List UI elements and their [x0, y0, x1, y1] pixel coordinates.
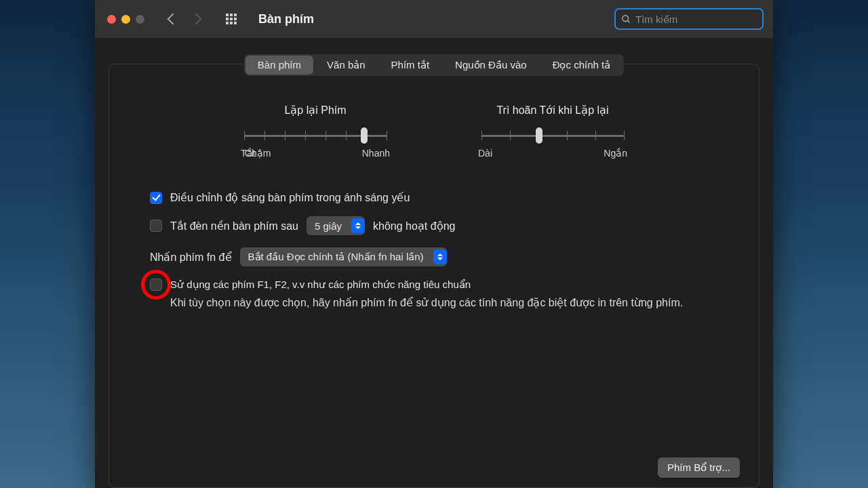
press-fn-value: Bắt đầu Đọc chính tả (Nhấn fn hai lần) [248, 251, 424, 263]
tab-text[interactable]: Văn bản [315, 56, 378, 75]
use-fkeys-description: Khi tùy chọn này được chọn, hãy nhấn phí… [170, 295, 683, 310]
forward-button [191, 14, 202, 25]
backlight-off-label-post: không hoạt động [373, 220, 455, 232]
modifier-keys-button[interactable]: Phím Bổ trợ... [658, 458, 740, 478]
traffic-lights [107, 15, 144, 24]
nav-buttons [169, 15, 200, 23]
search-icon [621, 14, 631, 24]
minimize-window-button[interactable] [121, 15, 130, 24]
adjust-brightness-checkbox[interactable] [150, 192, 162, 204]
search-input[interactable] [635, 14, 764, 25]
tab-bar: Bàn phím Văn bản Phím tắt Nguồn Đầu vào … [244, 54, 624, 76]
key-repeat-labels: Tắt Chậm Nhanh [241, 148, 390, 159]
delay-slider-block: Trì hoãn Tới khi Lặp lại Dài Ngắn [478, 104, 627, 159]
use-fkeys-checkbox[interactable] [150, 279, 162, 291]
delay-slider[interactable] [481, 129, 624, 142]
backlight-off-label-pre: Tắt đèn nền bàn phím sau [170, 220, 298, 232]
content-panel: Bàn phím Văn bản Phím tắt Nguồn Đầu vào … [108, 64, 760, 488]
key-repeat-slider[interactable] [244, 129, 387, 142]
svg-line-1 [627, 20, 629, 22]
backlight-delay-value: 5 giây [315, 220, 342, 232]
close-window-button[interactable] [107, 15, 116, 24]
press-fn-select[interactable]: Bắt đầu Đọc chính tả (Nhấn fn hai lần) [240, 247, 447, 266]
delay-short-label: Ngắn [604, 148, 627, 159]
delay-labels: Dài Ngắn [478, 148, 627, 159]
zoom-window-button[interactable] [136, 15, 144, 24]
preferences-window: Bàn phím Bàn phím Văn bản Phím tắt Nguồn… [95, 0, 773, 488]
backlight-delay-select[interactable]: 5 giây [307, 216, 365, 235]
tab-input-sources[interactable]: Nguồn Đầu vào [443, 56, 539, 75]
press-fn-label: Nhấn phím fn để [150, 251, 232, 264]
key-repeat-title: Lặp lại Phím [284, 104, 346, 117]
key-repeat-slow-label: Chậm [245, 148, 271, 159]
backlight-off-checkbox[interactable] [150, 220, 162, 232]
key-repeat-slider-block: Lặp lại Phím Tắt Chậm Nhanh [241, 104, 390, 159]
use-fkeys-label: Sử dụng các phím F1, F2, v.v như các phí… [170, 279, 683, 291]
select-arrows-icon [351, 218, 365, 233]
svg-point-0 [623, 15, 629, 21]
window-title: Bàn phím [258, 12, 314, 26]
adjust-brightness-label: Điều chỉnh độ sáng bàn phím trong ánh sá… [170, 191, 410, 204]
back-button[interactable] [167, 14, 179, 25]
tab-dictation[interactable]: Đọc chính tả [540, 56, 623, 75]
show-all-icon[interactable] [226, 14, 237, 24]
pane-body: Bàn phím Văn bản Phím tắt Nguồn Đầu vào … [95, 38, 773, 488]
delay-title: Trì hoãn Tới khi Lặp lại [496, 104, 608, 117]
tab-keyboard[interactable]: Bàn phím [245, 56, 313, 75]
window-toolbar: Bàn phím [95, 0, 773, 38]
select-arrows-icon [433, 249, 447, 264]
search-field[interactable] [614, 8, 764, 30]
tab-shortcuts[interactable]: Phím tắt [379, 56, 442, 75]
delay-long-label: Dài [478, 148, 492, 159]
key-repeat-fast-label: Nhanh [362, 148, 390, 159]
